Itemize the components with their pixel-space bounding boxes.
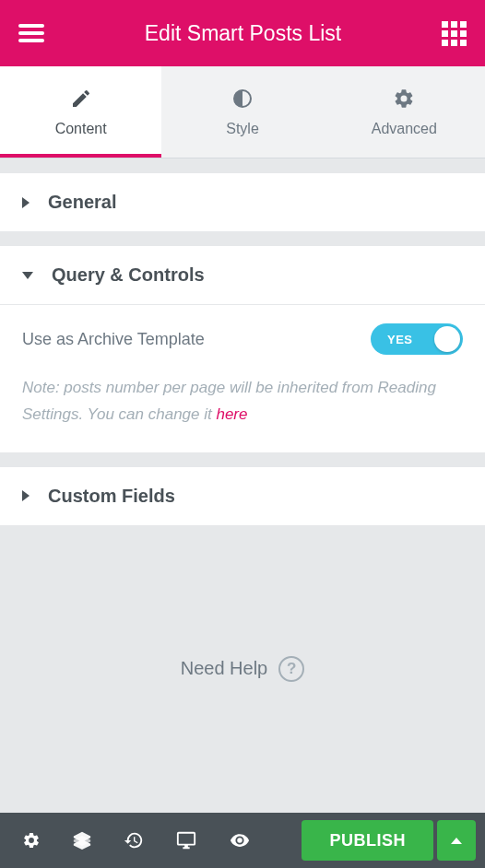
caret-right-icon: [22, 197, 30, 208]
need-help[interactable]: Need Help ?: [0, 525, 485, 813]
page-title: Edit Smart Posts List: [44, 21, 442, 46]
navigator-icon[interactable]: [72, 830, 92, 850]
contrast-icon: [231, 88, 254, 110]
section-custom-fields: Custom Fields: [0, 467, 485, 525]
archive-template-toggle[interactable]: YES: [371, 323, 463, 355]
toggle-knob: [434, 326, 460, 352]
settings-icon[interactable]: [22, 830, 41, 850]
caret-down-icon: [22, 272, 33, 279]
tab-content-label: Content: [55, 121, 107, 137]
archive-note-link[interactable]: here: [216, 405, 247, 423]
archive-template-label: Use as Archive Template: [22, 330, 205, 349]
section-query-body: Use as Archive Template YES Note: posts …: [0, 304, 485, 452]
section-general-title: General: [48, 192, 116, 213]
section-custom-fields-header[interactable]: Custom Fields: [0, 467, 485, 525]
question-icon: ?: [278, 656, 304, 682]
footer-bar: PUBLISH: [0, 813, 485, 868]
publish-button[interactable]: PUBLISH: [302, 820, 433, 861]
archive-note: Note: posts number per page will be inhe…: [22, 375, 463, 428]
section-general: General: [0, 173, 485, 231]
caret-up-icon: [451, 838, 462, 844]
section-query-controls: Query & Controls Use as Archive Template…: [0, 246, 485, 452]
responsive-icon[interactable]: [175, 830, 197, 850]
pencil-icon: [70, 88, 92, 110]
publish-group: PUBLISH: [302, 820, 476, 861]
section-query-title: Query & Controls: [52, 264, 205, 286]
preview-icon[interactable]: [229, 830, 251, 850]
tab-content[interactable]: Content: [0, 66, 161, 158]
tab-advanced[interactable]: Advanced: [324, 66, 485, 158]
gear-icon: [393, 88, 415, 110]
need-help-label: Need Help: [181, 658, 268, 679]
widgets-grid-icon[interactable]: [442, 21, 467, 46]
tab-style[interactable]: Style: [161, 66, 323, 158]
history-icon[interactable]: [124, 830, 144, 850]
caret-right-icon: [22, 490, 30, 501]
content-panel: General Query & Controls Use as Archive …: [0, 158, 485, 813]
header: Edit Smart Posts List: [0, 0, 485, 66]
tab-style-label: Style: [226, 121, 259, 137]
toggle-state-text: YES: [371, 333, 413, 346]
section-general-header[interactable]: General: [0, 173, 485, 231]
hamburger-menu-icon[interactable]: [18, 24, 44, 42]
archive-template-control: Use as Archive Template YES: [22, 323, 463, 355]
publish-options-button[interactable]: [437, 820, 476, 861]
section-custom-fields-title: Custom Fields: [48, 486, 175, 507]
tab-advanced-label: Advanced: [372, 121, 437, 137]
section-query-header[interactable]: Query & Controls: [0, 246, 485, 304]
footer-tools: [9, 830, 292, 850]
editor-tabs: Content Style Advanced: [0, 66, 485, 158]
